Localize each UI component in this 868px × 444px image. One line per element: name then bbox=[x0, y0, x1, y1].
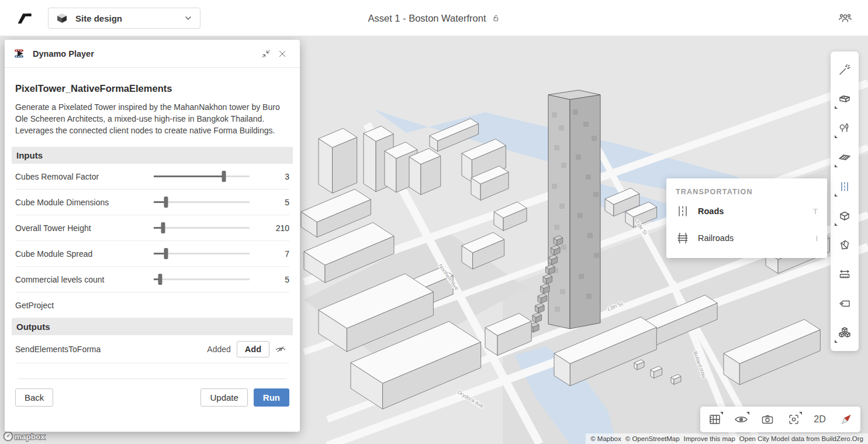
freeform-solid-icon bbox=[838, 238, 852, 252]
compass-button[interactable] bbox=[833, 407, 859, 432]
roads-tool-button[interactable] bbox=[831, 172, 859, 201]
site-design-cube-icon bbox=[56, 12, 68, 25]
back-button[interactable]: Back bbox=[15, 388, 53, 407]
input-row: Overall Tower Height 210 bbox=[15, 215, 289, 241]
autodesk-logo-icon[interactable] bbox=[16, 11, 33, 25]
label-tool-button[interactable] bbox=[831, 289, 859, 318]
zone-area-icon bbox=[838, 150, 852, 164]
input-row: Commercial levels count 5 bbox=[15, 267, 289, 292]
camera-icon bbox=[760, 412, 774, 426]
panel-title: Dynamo Player bbox=[33, 49, 94, 58]
output-label: SendElementsToForma bbox=[15, 345, 207, 354]
dynamo-player-panel: Dynamo Player PixelTower_NativeFormaElem… bbox=[5, 40, 300, 432]
document-title: Asset 1 - Boston Waterfront bbox=[368, 13, 500, 24]
zoom-to-fit-button[interactable] bbox=[780, 407, 807, 432]
top-bar: Site design Asset 1 - Boston Waterfront bbox=[0, 0, 868, 36]
roads-menu-item[interactable]: Roads T bbox=[676, 199, 818, 223]
focus-icon bbox=[787, 412, 801, 426]
flyout-indicator bbox=[835, 194, 838, 197]
input-value: 5 bbox=[262, 198, 289, 207]
input-label: Cube Module Spread bbox=[15, 249, 154, 259]
input-slider[interactable] bbox=[154, 171, 250, 183]
input-slider[interactable] bbox=[154, 274, 250, 285]
document-title-text: Asset 1 - Boston Waterfront bbox=[368, 13, 486, 24]
input-label: Cubes Removal Factor bbox=[15, 172, 154, 181]
railroads-shortcut: I bbox=[815, 234, 818, 243]
input-slider[interactable] bbox=[154, 222, 250, 234]
update-button[interactable]: Update bbox=[200, 388, 247, 407]
roads-label: Roads bbox=[698, 206, 724, 216]
flyout-indicator bbox=[835, 164, 838, 167]
attrib-improve-link[interactable]: Improve this map bbox=[684, 435, 735, 442]
close-button[interactable] bbox=[274, 46, 291, 62]
railroads-menu-item[interactable]: Railroads I bbox=[676, 226, 818, 250]
grid-settings-button[interactable] bbox=[701, 407, 728, 432]
panel-footer: Back Update Run bbox=[15, 388, 289, 407]
measure-tool-button[interactable] bbox=[831, 260, 859, 289]
design-toolbar bbox=[831, 51, 859, 351]
collaborators-button[interactable] bbox=[838, 9, 857, 27]
compass-icon bbox=[839, 412, 853, 426]
roads-icon bbox=[838, 180, 852, 194]
run-button[interactable]: Run bbox=[254, 388, 289, 407]
flyout-indicator bbox=[799, 412, 802, 415]
building-block-icon bbox=[838, 92, 852, 106]
input-row: Cube Module Spread 7 bbox=[15, 241, 289, 267]
collaborators-icon bbox=[838, 11, 853, 25]
railroads-label: Railroads bbox=[698, 233, 734, 243]
close-icon bbox=[278, 49, 287, 58]
blocks-icon bbox=[837, 325, 852, 340]
zones-tool-button[interactable] bbox=[831, 143, 859, 172]
flyout-indicator bbox=[835, 106, 838, 109]
panel-header: Dynamo Player bbox=[5, 40, 300, 68]
outputs-section-header: Outputs bbox=[12, 318, 293, 335]
input-label: Overall Tower Height bbox=[15, 223, 154, 233]
mapbox-logo[interactable]: mapbox bbox=[2, 430, 56, 443]
mapbox-wordmark: mapbox bbox=[15, 432, 45, 441]
visibility-button[interactable] bbox=[728, 407, 754, 432]
measure-icon bbox=[838, 267, 852, 281]
input-slider[interactable] bbox=[154, 197, 250, 208]
vegetation-tool-button[interactable] bbox=[831, 113, 859, 143]
flyout-indicator bbox=[720, 412, 723, 415]
roads-shortcut: T bbox=[813, 207, 818, 216]
toggle-visibility-button[interactable] bbox=[274, 342, 289, 357]
input-label: Commercial levels count bbox=[15, 275, 154, 284]
attrib-osm-link[interactable]: © OpenStreetMap bbox=[625, 435, 680, 442]
collapse-icon bbox=[261, 49, 271, 59]
attrib-ocm-link[interactable]: Open City Model data from BuildZero.Org bbox=[739, 435, 863, 442]
input-row: Cubes Removal Factor 3 bbox=[15, 164, 289, 190]
workspace-label: Site design bbox=[75, 13, 122, 23]
graph-title: PixelTower_NativeFormaElements bbox=[15, 83, 289, 94]
assets-tool-button[interactable] bbox=[831, 318, 859, 347]
flyout-indicator bbox=[746, 412, 749, 415]
collapse-button[interactable] bbox=[258, 46, 274, 62]
map-attribution: © Mapbox © OpenStreetMap Improve this ma… bbox=[586, 433, 868, 444]
terrain-tool-button[interactable] bbox=[831, 230, 859, 260]
workspace-switcher[interactable]: Site design bbox=[48, 8, 200, 29]
roads-icon bbox=[676, 204, 690, 218]
generate-tool-button[interactable] bbox=[831, 55, 859, 84]
dynamo-player-icon bbox=[14, 48, 26, 60]
add-output-button[interactable]: Add bbox=[237, 341, 269, 357]
input-value: 7 bbox=[262, 249, 289, 259]
input-value: 5 bbox=[262, 275, 289, 284]
flyout-indicator bbox=[835, 340, 838, 343]
magic-wand-icon bbox=[838, 63, 852, 77]
output-row: SendElementsToForma Added Add bbox=[15, 335, 289, 363]
screenshot-button[interactable] bbox=[754, 407, 780, 432]
input-slider[interactable] bbox=[154, 248, 250, 260]
inputs-section-header: Inputs bbox=[12, 147, 293, 164]
attrib-mapbox-link[interactable]: © Mapbox bbox=[590, 435, 621, 442]
input-value: 3 bbox=[262, 172, 289, 181]
building-tool-button[interactable] bbox=[831, 84, 859, 113]
unlock-icon[interactable] bbox=[491, 13, 500, 23]
output-status: Added bbox=[207, 345, 230, 354]
2d-view-toggle[interactable]: 2D bbox=[807, 407, 833, 432]
flyout-indicator bbox=[835, 223, 838, 226]
transportation-title: TRANSPORTATION bbox=[676, 188, 818, 196]
flyout-indicator bbox=[835, 135, 838, 138]
grid-icon bbox=[708, 412, 722, 426]
volumes-tool-button[interactable] bbox=[831, 201, 859, 230]
inputs-list: Cubes Removal Factor 3 Cube Module Dimen… bbox=[15, 164, 289, 292]
